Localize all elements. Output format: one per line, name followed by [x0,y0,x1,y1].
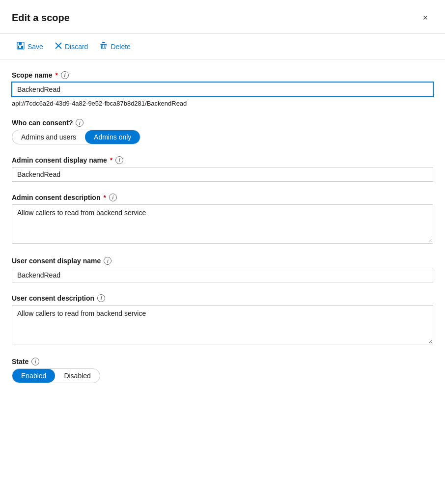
admin-consent-display-name-group: Admin consent display name * i [12,156,433,182]
user-consent-description-textarea[interactable]: Allow callers to read from backend servi… [12,305,433,344]
user-display-name-info-icon[interactable]: i [104,257,111,265]
user-consent-description-group: User consent description i Allow callers… [12,294,433,346]
admin-consent-display-name-label: Admin consent display name * i [12,156,433,164]
consent-admins-and-users-option[interactable]: Admins and users [12,130,85,144]
state-group: State i Enabled Disabled [12,358,433,383]
save-label: Save [28,43,43,51]
svg-rect-7 [102,42,105,43]
state-disabled-option[interactable]: Disabled [55,369,99,383]
close-icon: × [423,13,428,23]
consent-admins-only-option[interactable]: Admins only [85,130,140,144]
delete-button[interactable]: Delete [95,39,135,54]
state-toggle: Enabled Disabled [12,368,100,383]
admin-description-info-icon[interactable]: i [109,194,117,201]
admin-display-name-required: * [110,156,112,164]
who-can-consent-group: Who can consent? i Admins and users Admi… [12,119,433,144]
panel-header: Edit a scope × [0,0,445,34]
who-can-consent-info-icon[interactable]: i [76,119,83,127]
save-button[interactable]: Save [12,39,48,54]
scope-name-label: Scope name * i [12,71,433,79]
admin-consent-description-textarea[interactable]: Allow callers to read from backend servi… [12,204,433,244]
admin-display-name-info-icon[interactable]: i [115,156,123,164]
delete-label: Delete [111,43,130,51]
user-consent-display-name-input[interactable] [12,268,433,282]
delete-icon [100,42,108,51]
admin-consent-description-group: Admin consent description * i Allow call… [12,194,433,245]
who-can-consent-label: Who can consent? i [12,119,433,127]
state-info-icon[interactable]: i [31,358,39,365]
close-button[interactable]: × [417,10,433,26]
user-consent-display-name-label: User consent display name i [12,257,433,265]
toolbar: Save Discard Delete [0,34,445,59]
svg-rect-1 [19,42,22,45]
admin-consent-display-name-input[interactable] [12,167,433,182]
user-consent-display-name-group: User consent display name i [12,257,433,282]
user-description-info-icon[interactable]: i [97,294,105,302]
discard-icon [55,42,62,51]
save-icon [17,42,25,51]
scope-name-input[interactable] [12,82,433,97]
who-can-consent-toggle: Admins and users Admins only [12,130,140,144]
discard-label: Discard [65,43,88,51]
admin-consent-description-label: Admin consent description * i [12,194,433,201]
panel-title: Edit a scope [12,12,70,24]
admin-description-required: * [103,194,106,201]
svg-rect-3 [19,46,21,48]
state-label: State i [12,358,433,365]
scope-name-info-icon[interactable]: i [61,71,69,79]
form-content: Scope name * i api://7cdc6a2d-43d9-4a82-… [0,59,445,407]
discard-button[interactable]: Discard [50,39,93,54]
scope-name-required: * [55,71,57,79]
user-consent-description-label: User consent description i [12,294,433,302]
scope-name-group: Scope name * i api://7cdc6a2d-43d9-4a82-… [12,71,433,107]
edit-scope-panel: Edit a scope × Save [0,0,445,504]
state-enabled-option[interactable]: Enabled [12,369,55,383]
scope-api-uri: api://7cdc6a2d-43d9-4a82-9e52-fbca87b8d2… [12,100,433,107]
